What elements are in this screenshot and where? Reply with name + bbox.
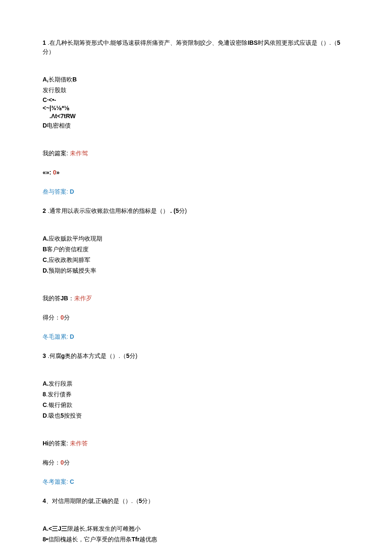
q3-score: 梅分：0分 — [43, 458, 349, 467]
q1-my-answer: 我的篇案: 未作驾 — [43, 149, 349, 158]
q2-option-a: A.应收贩款平均收现期 — [43, 234, 349, 243]
q3-option-d: D.吸也5按投资 — [43, 411, 349, 420]
q3-number: 3 — [43, 352, 46, 359]
q2-number: 2 — [43, 207, 46, 214]
question-4-text: 4、对信用期限的僦,正确的是（）.（5分） — [43, 497, 349, 506]
question-3-text: 3 .何腐g奥的基本方式是（）.（5分) — [43, 352, 349, 360]
q1-score: «»: 0» — [43, 168, 349, 177]
q2-score: 得分：0分 — [43, 313, 349, 322]
q4-number: 4 — [43, 497, 46, 504]
q1-option-b: 发行股鼓 — [43, 86, 349, 95]
q2-my-answer: 我的答JB：未作歹 — [43, 294, 349, 303]
q2-option-b: B客户的资信程度 — [43, 245, 349, 254]
q1-option-d: D电密相债 — [43, 121, 349, 130]
q1-number: 1 — [43, 39, 46, 46]
q2-option-c: C,应收政教訚腓军 — [43, 256, 349, 264]
q1-option-a: A,长期借欧B — [43, 75, 349, 84]
q3-reference-answer: 冬考簫案: C — [43, 477, 349, 486]
q1-option-c: C·<•- — [43, 96, 349, 104]
q1-garble-2: .Λt<7tRW — [43, 113, 349, 120]
q3-option-a: A.发行段票 — [43, 379, 349, 388]
q2-reference-answer: 冬毛簫累: D — [43, 332, 349, 341]
q1-reference-answer: 叁与答案: D — [43, 187, 349, 196]
document-page: 1 .在几种长期筹资形式中.能够迅速获得所痛资产、筹资限制皎少、免遭设密除IBS… — [0, 0, 392, 555]
q3-option-b: 8.发行债券 — [43, 390, 349, 399]
q1-garble-1: <~|⅜¹⁄₈*¹⁄₈ — [43, 105, 349, 112]
question-2-text: 2 .通常用以表示应收账款信用标准的指标是（） . (5分) — [43, 206, 349, 215]
q4-option-b: 8•信阳槐越长，它户享受的信用条Tfr越优惠 — [43, 535, 349, 544]
question-1-text: 1 .在几种长期筹资形式中.能够迅速获得所痛资产、筹资限制皎少、免遭设密除IBS… — [43, 38, 349, 56]
q3-my-answer: Hi的答案: 未作答 — [43, 439, 349, 448]
q3-option-c: C.银行俯款 — [43, 401, 349, 410]
q4-option-a: A.<三J三限越长,坏账发生的可雌翘小 — [43, 524, 349, 533]
q2-option-d: D.预期的坏贼授失率 — [43, 266, 349, 275]
